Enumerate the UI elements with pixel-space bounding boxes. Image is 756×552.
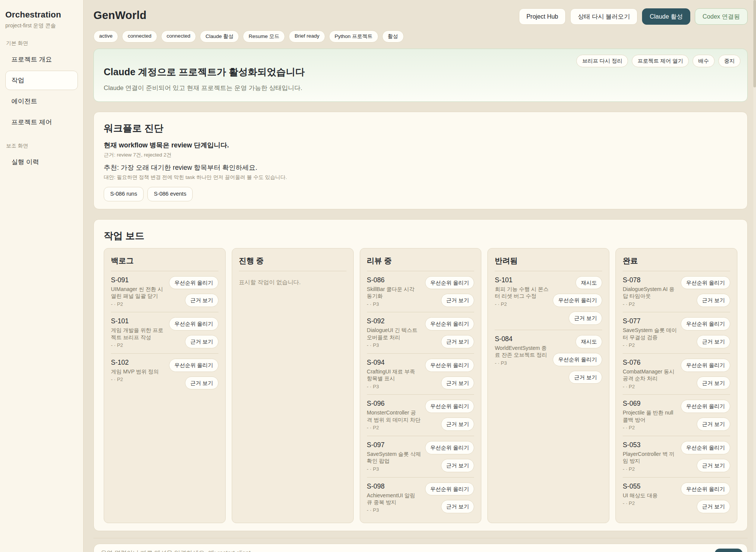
- nav-section-label: 기본 화면: [6, 40, 78, 47]
- view-evidence-button[interactable]: 근거 보기: [569, 312, 602, 325]
- view-evidence-button[interactable]: 근거 보기: [441, 376, 474, 390]
- raise-priority-button[interactable]: 우선순위 올리기: [425, 441, 474, 454]
- stop-button[interactable]: 중지: [718, 55, 740, 67]
- task-card-info: S-084WorldEventSystem 종료 잔존 오브젝트 정리- · P…: [495, 335, 549, 384]
- view-evidence-button[interactable]: 근거 보기: [441, 335, 474, 348]
- task-card[interactable]: S-101회피 기능 수행 시 몬스터 리셋 버그 수정- · P2재시도우선순…: [495, 271, 602, 330]
- command-input[interactable]: [100, 549, 709, 552]
- sidebar-item-tasks[interactable]: 작업: [5, 71, 78, 90]
- board-title: 작업 보드: [104, 229, 737, 242]
- task-card[interactable]: S-102게임 MVP 범위 정의- · P2우선순위 올리기근거 보기: [111, 353, 218, 395]
- raise-priority-button[interactable]: 우선순위 올리기: [681, 441, 730, 454]
- send-button[interactable]: 보내기: [715, 549, 743, 552]
- reload-status-button[interactable]: 상태 다시 불러오기: [570, 8, 637, 25]
- raise-priority-button[interactable]: 우선순위 올리기: [681, 359, 730, 372]
- view-evidence-button[interactable]: 근거 보기: [697, 459, 730, 472]
- task-card[interactable]: S-094CraftingUI 재료 부족 항목별 표시- · P3우선순위 올…: [367, 353, 474, 395]
- task-card[interactable]: S-055UI 해상도 대응- · P2우선순위 올리기근거 보기: [623, 477, 730, 519]
- task-card[interactable]: S-069Projectile 풀 반환 null 콜백 방어- · P2우선순…: [623, 394, 730, 436]
- task-meta: - · P2: [111, 376, 159, 382]
- task-card[interactable]: S-097SaveSystem 슬롯 삭제 확인 팝업- · P3우선순위 올리…: [367, 436, 474, 477]
- raise-priority-button[interactable]: 우선순위 올리기: [169, 317, 218, 331]
- sidebar-item-project-control[interactable]: 프로젝트 제어: [5, 112, 78, 132]
- task-card[interactable]: S-101게임 개발을 위한 프로젝트 브리프 작성- · P2우선순위 올리기…: [111, 312, 218, 353]
- view-evidence-button[interactable]: 근거 보기: [441, 294, 474, 307]
- page-scrollbar[interactable]: [753, 0, 756, 552]
- open-project-control-button[interactable]: 프로젝트 제어 열기: [632, 55, 689, 67]
- task-card[interactable]: S-084WorldEventSystem 종료 잔존 오브젝트 정리- · P…: [495, 330, 602, 389]
- task-meta: - · P2: [623, 384, 677, 389]
- task-card[interactable]: S-077SaveSystem 슬롯 데이터 무결성 검증- · P2우선순위 …: [623, 312, 730, 353]
- task-card[interactable]: S-096MonsterController 공격 범위 외 데미지 차단- ·…: [367, 394, 474, 436]
- task-card[interactable]: S-091UIManager 씬 전환 시 열린 패널 일괄 닫기- · P2우…: [111, 271, 218, 312]
- sidebar-item-run-history[interactable]: 실행 이력: [5, 152, 78, 172]
- raise-priority-button[interactable]: 우선순위 올리기: [425, 276, 474, 289]
- codex-connected-button[interactable]: Codex 연결됨: [695, 8, 748, 25]
- view-evidence-button[interactable]: 근거 보기: [697, 500, 730, 513]
- view-evidence-button[interactable]: 근거 보기: [569, 371, 602, 384]
- view-evidence-button[interactable]: 근거 보기: [441, 459, 474, 472]
- raise-priority-button[interactable]: 우선순위 올리기: [681, 482, 730, 496]
- raise-priority-button[interactable]: 우선순위 올리기: [169, 276, 218, 289]
- task-id: S-102: [111, 359, 159, 367]
- raise-priority-button[interactable]: 우선순위 올리기: [553, 294, 602, 307]
- task-card[interactable]: S-078DialogueSystem AI 응답 타임아웃- · P2우선순위…: [623, 271, 730, 312]
- task-description: DialogueSystem AI 응답 타임아웃: [623, 286, 677, 300]
- topbar: GenWorld Project Hub상태 다시 불러오기Claude 활성C…: [93, 6, 748, 25]
- task-card-info: S-094CraftingUI 재료 부족 항목별 표시- · P3: [367, 359, 421, 390]
- raise-priority-button[interactable]: 우선순위 올리기: [425, 359, 474, 372]
- task-description: DialogueUI 긴 텍스트 오버플로 처리: [367, 327, 421, 341]
- view-evidence-button[interactable]: 근거 보기: [185, 376, 218, 390]
- task-card-info: S-092DialogueUI 긴 텍스트 오버플로 처리- · P3: [367, 317, 421, 348]
- scrollbar-thumb[interactable]: [753, 0, 756, 87]
- task-description: AchievementUI 알림 큐 중복 방지: [367, 492, 421, 506]
- view-evidence-button[interactable]: 근거 보기: [185, 294, 218, 307]
- view-evidence-button[interactable]: 근거 보기: [441, 418, 474, 431]
- task-meta: - · P3: [367, 507, 421, 513]
- task-card[interactable]: S-086SkillBar 쿨다운 시각 동기화- · P3우선순위 올리기근거…: [367, 271, 474, 312]
- view-evidence-button[interactable]: 근거 보기: [697, 294, 730, 307]
- status-badge: Resume 모드: [243, 30, 285, 43]
- view-evidence-button[interactable]: 근거 보기: [697, 376, 730, 390]
- raise-priority-button[interactable]: 우선순위 올리기: [681, 276, 730, 289]
- claude-active-button[interactable]: Claude 활성: [642, 8, 690, 25]
- raise-priority-button[interactable]: 우선순위 올리기: [553, 353, 602, 366]
- raise-priority-button[interactable]: 우선순위 올리기: [681, 400, 730, 413]
- sidebar-item-project-overview[interactable]: 프로젝트 개요: [5, 50, 78, 69]
- task-card-info: S-096MonsterController 공격 범위 외 데미지 차단- ·…: [367, 400, 421, 431]
- task-meta: - · P2: [495, 301, 549, 307]
- reorganize-brief-button[interactable]: 브리프 다시 정리: [576, 55, 628, 67]
- task-description: Projectile 풀 반환 null 콜백 방어: [623, 409, 677, 423]
- s-086-runs-button[interactable]: S-086 runs: [104, 187, 144, 201]
- raise-priority-button[interactable]: 우선순위 올리기: [425, 317, 474, 331]
- bottleneck-statement: 현재 workflow 병목은 review 단계입니다.: [104, 141, 737, 150]
- project-hub-button[interactable]: Project Hub: [519, 8, 566, 25]
- task-card-actions: 우선순위 올리기근거 보기: [169, 317, 218, 348]
- sidebar-item-agents[interactable]: 에이전트: [5, 92, 78, 111]
- view-evidence-button[interactable]: 근거 보기: [185, 335, 218, 348]
- raise-priority-button[interactable]: 우선순위 올리기: [425, 400, 474, 413]
- banner-subtitle: Claude 연결이 준비되어 있고 현재 프로젝트는 운영 가능한 상태입니다…: [104, 84, 737, 92]
- task-id: S-069: [623, 400, 677, 408]
- task-description: SaveSystem 슬롯 데이터 무결성 검증: [623, 327, 677, 341]
- multiplier-button[interactable]: 배수: [693, 55, 715, 67]
- task-card-actions: 우선순위 올리기근거 보기: [425, 482, 474, 514]
- retry-button[interactable]: 재시도: [576, 276, 602, 289]
- task-card[interactable]: S-098AchievementUI 알림 큐 중복 방지- · P3우선순위 …: [367, 477, 474, 519]
- task-id: S-101: [111, 317, 165, 325]
- retry-button[interactable]: 재시도: [576, 335, 602, 348]
- raise-priority-button[interactable]: 우선순위 올리기: [425, 482, 474, 496]
- task-card[interactable]: S-053PlayerController 벽 끼임 방지- · P2우선순위 …: [623, 436, 730, 477]
- task-description: CraftingUI 재료 부족 항목별 표시: [367, 368, 421, 382]
- raise-priority-button[interactable]: 우선순위 올리기: [681, 317, 730, 331]
- nav-section-label: 보조 화면: [6, 142, 78, 149]
- task-id: S-094: [367, 359, 421, 367]
- task-meta: - · P3: [367, 342, 421, 348]
- view-evidence-button[interactable]: 근거 보기: [441, 500, 474, 513]
- view-evidence-button[interactable]: 근거 보기: [697, 418, 730, 431]
- task-card[interactable]: S-092DialogueUI 긴 텍스트 오버플로 처리- · P3우선순위 …: [367, 312, 474, 353]
- task-card[interactable]: S-076CombatManager 동시 공격 순차 처리- · P2우선순위…: [623, 353, 730, 395]
- s-086-events-button[interactable]: S-086 events: [147, 187, 193, 201]
- raise-priority-button[interactable]: 우선순위 올리기: [169, 359, 218, 372]
- view-evidence-button[interactable]: 근거 보기: [697, 335, 730, 348]
